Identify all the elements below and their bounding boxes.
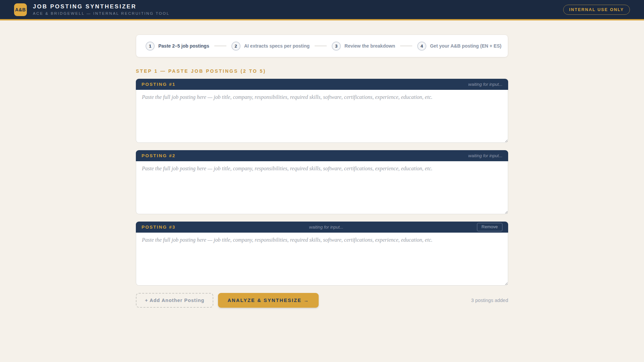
stepper: 1 Paste 2–5 job postings 2 AI extracts s…: [136, 35, 508, 57]
step-connector: [400, 46, 412, 46]
analyze-synthesize-button[interactable]: ANALYZE & SYNTHESIZE →: [218, 293, 319, 308]
step-3-label: Review the breakdown: [344, 43, 395, 49]
postings-count: 3 postings added: [471, 298, 508, 303]
step-4-number: 4: [417, 42, 426, 51]
header-titles: JOB POSTING SYNTHESIZER ACE & BRIDGEWELL…: [33, 4, 170, 15]
posting-3-title: POSTING #3: [142, 225, 176, 230]
app-header: A&B JOB POSTING SYNTHESIZER ACE & BRIDGE…: [0, 0, 644, 20]
posting-3-textarea[interactable]: [136, 233, 508, 286]
step-3-number: 3: [332, 42, 341, 51]
step-1-label: Paste 2–5 job postings: [158, 43, 209, 49]
stepper-step-3: 3 Review the breakdown: [332, 42, 395, 51]
stepper-step-2: 2 AI extracts specs per posting: [231, 42, 310, 51]
step-4-label: Get your A&B posting (EN + ES): [430, 43, 501, 49]
posting-card-3-header: POSTING #3 waiting for input... Remove: [136, 222, 508, 233]
internal-use-badge: INTERNAL USE ONLY: [563, 5, 630, 15]
actions-row: + Add Another Posting ANALYZE & SYNTHESI…: [136, 293, 508, 308]
posting-2-title: POSTING #2: [142, 153, 176, 158]
posting-3-status: waiting for input...: [309, 225, 343, 230]
posting-1-textarea[interactable]: [136, 90, 508, 143]
posting-2-status: waiting for input...: [468, 153, 502, 158]
step-2-label: AI extracts specs per posting: [244, 43, 310, 49]
posting-1-title: POSTING #1: [142, 82, 176, 87]
stepper-step-1: 1 Paste 2–5 job postings: [146, 42, 209, 51]
stepper-step-4: 4 Get your A&B posting (EN + ES): [417, 42, 501, 51]
posting-card-2-header: POSTING #2 waiting for input...: [136, 150, 508, 161]
posting-card-3: POSTING #3 waiting for input... Remove: [136, 222, 508, 286]
posting-2-textarea[interactable]: [136, 161, 508, 214]
step-1-number: 1: [146, 42, 155, 51]
step-connector: [214, 46, 226, 46]
posting-card-1: POSTING #1 waiting for input...: [136, 79, 508, 143]
posting-card-1-header: POSTING #1 waiting for input...: [136, 79, 508, 90]
step-connector: [315, 46, 327, 46]
add-posting-button[interactable]: + Add Another Posting: [136, 293, 213, 308]
section-heading: STEP 1 — PASTE JOB POSTINGS (2 TO 5): [136, 68, 508, 74]
posting-card-2: POSTING #2 waiting for input...: [136, 150, 508, 214]
app-subtitle: ACE & BRIDGEWELL — INTERNAL RECRUITING T…: [33, 11, 170, 15]
main-content: 1 Paste 2–5 job postings 2 AI extracts s…: [136, 35, 508, 308]
app-logo: A&B: [14, 3, 27, 16]
remove-posting-3-button[interactable]: Remove: [477, 223, 502, 231]
step-2-number: 2: [231, 42, 240, 51]
app-title: JOB POSTING SYNTHESIZER: [33, 4, 170, 10]
posting-1-status: waiting for input...: [468, 82, 502, 87]
